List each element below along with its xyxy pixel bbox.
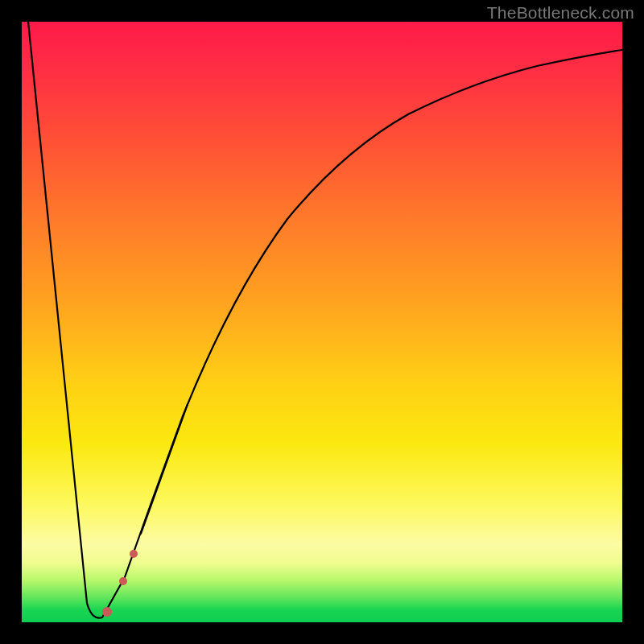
highlight-dot (102, 607, 112, 617)
bottleneck-curve (22, 22, 622, 622)
watermark-text: TheBottleneck.com (487, 3, 634, 23)
highlight-dot (119, 577, 127, 585)
chart-frame: TheBottleneck.com (0, 0, 644, 644)
highlight-dot (130, 550, 138, 558)
curve-path (28, 22, 622, 618)
highlight-segment (141, 404, 188, 534)
plot-area (22, 22, 622, 622)
